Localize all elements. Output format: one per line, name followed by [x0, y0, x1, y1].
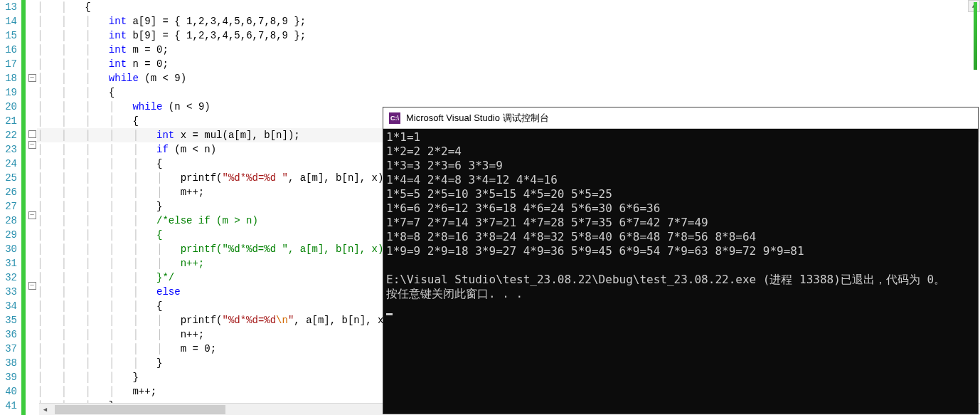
fold-toggle-icon[interactable]	[28, 130, 36, 138]
fold-spacer	[27, 99, 37, 113]
code-line[interactable]: │ │ │ int n = 0;	[37, 57, 980, 71]
fold-spacer	[27, 14, 37, 28]
line-number: 31	[0, 256, 17, 270]
line-number: 16	[0, 43, 17, 57]
fold-spacer	[27, 113, 37, 127]
fold-spacer	[27, 194, 37, 209]
line-number: 18	[0, 71, 17, 85]
fold-spacer	[27, 166, 37, 180]
fold-spacer	[27, 180, 37, 194]
code-line[interactable]: │ │ │ int m = 0;	[37, 43, 980, 57]
line-number: 37	[0, 342, 17, 356]
line-number: 19	[0, 85, 17, 100]
line-number: 33	[0, 285, 17, 299]
line-number: 29	[0, 228, 17, 242]
line-number: 15	[0, 28, 17, 43]
line-number: 32	[0, 270, 17, 285]
fold-spacer	[27, 152, 37, 166]
line-number: 17	[0, 57, 17, 71]
fold-spacer	[27, 265, 37, 279]
fold-spacer	[27, 57, 37, 71]
scrollbar-marker[interactable]	[974, 2, 977, 70]
line-number: 23	[0, 142, 17, 157]
line-number: 22	[0, 128, 17, 142]
hscroll-left-arrow[interactable]: ◀	[39, 404, 51, 415]
fold-spacer	[27, 293, 37, 307]
fold-toggle-icon[interactable]: −	[28, 74, 36, 82]
fold-spacer	[27, 321, 37, 335]
code-line[interactable]: │ │ {	[37, 0, 980, 14]
change-indicator-bar	[21, 0, 26, 415]
fold-toggle-icon[interactable]: −	[28, 211, 36, 219]
code-line[interactable]: │ │ │ {	[37, 85, 980, 100]
debug-console-window[interactable]: C:\ Microsoft Visual Studio 调试控制台 1*1=1 …	[383, 107, 979, 414]
fold-spacer	[27, 392, 37, 406]
code-line[interactable]: │ │ │ int b[9] = { 1,2,3,4,5,6,7,8,9 };	[37, 28, 980, 43]
line-number: 24	[0, 157, 17, 171]
line-number: 27	[0, 199, 17, 214]
line-number: 41	[0, 399, 17, 413]
line-number: 35	[0, 313, 17, 327]
fold-spacer	[27, 251, 37, 265]
line-number: 36	[0, 327, 17, 342]
line-number: 28	[0, 214, 17, 228]
fold-spacer	[27, 28, 37, 43]
console-cursor	[386, 313, 393, 315]
line-number-gutter: 1314151617181920212223242526272829303132…	[0, 0, 21, 415]
line-number: 39	[0, 370, 17, 384]
fold-spacer	[27, 364, 37, 378]
line-number: 21	[0, 114, 17, 128]
code-line[interactable]: │ │ │ while (m < 9)	[37, 71, 980, 85]
line-number: 34	[0, 299, 17, 313]
fold-spacer	[27, 85, 37, 99]
fold-spacer	[27, 236, 37, 251]
line-number: 40	[0, 384, 17, 399]
line-number: 14	[0, 14, 17, 28]
line-number: 20	[0, 100, 17, 114]
fold-toggle-icon[interactable]: −	[28, 141, 36, 149]
line-number: 13	[0, 0, 17, 14]
fold-spacer	[27, 307, 37, 321]
fold-gutter[interactable]: − − − −	[27, 0, 37, 415]
fold-spacer	[27, 378, 37, 392]
line-number: 25	[0, 171, 17, 185]
console-title: Microsoft Visual Studio 调试控制台	[406, 112, 549, 125]
line-number: 26	[0, 185, 17, 199]
code-line[interactable]: │ │ │ int a[9] = { 1,2,3,4,5,6,7,8,9 };	[37, 14, 980, 28]
console-output[interactable]: 1*1=1 1*2=2 2*2=4 1*3=3 2*3=6 3*3=9 1*4=…	[383, 129, 978, 414]
fold-spacer	[27, 43, 37, 57]
fold-spacer	[27, 335, 37, 350]
line-number: 30	[0, 242, 17, 256]
fold-toggle-icon[interactable]: −	[28, 282, 36, 290]
fold-spacer	[27, 222, 37, 236]
hscroll-thumb[interactable]	[55, 405, 225, 414]
fold-spacer	[27, 0, 37, 14]
console-titlebar[interactable]: C:\ Microsoft Visual Studio 调试控制台	[383, 107, 978, 129]
console-icon: C:\	[389, 112, 400, 124]
line-number: 38	[0, 356, 17, 370]
fold-spacer	[27, 350, 37, 364]
